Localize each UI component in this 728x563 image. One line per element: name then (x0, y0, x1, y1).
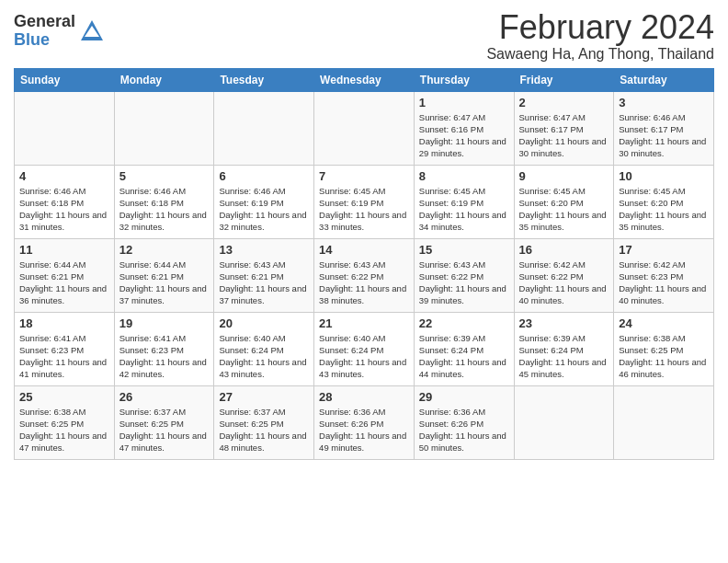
calendar-week-row: 1Sunrise: 6:47 AM Sunset: 6:16 PM Daylig… (15, 91, 714, 165)
page: General Blue February 2024 Sawaeng Ha, A… (0, 0, 728, 563)
day-info: Sunrise: 6:44 AM Sunset: 6:21 PM Dayligh… (19, 259, 109, 307)
day-info: Sunrise: 6:40 AM Sunset: 6:24 PM Dayligh… (319, 332, 409, 381)
day-info: Sunrise: 6:43 AM Sunset: 6:22 PM Dayligh… (319, 259, 409, 307)
calendar-cell: 10Sunrise: 6:45 AM Sunset: 6:20 PM Dayli… (614, 165, 714, 238)
day-number: 5 (119, 169, 210, 183)
day-info: Sunrise: 6:39 AM Sunset: 6:24 PM Dayligh… (519, 332, 609, 381)
day-number: 19 (119, 316, 210, 330)
calendar-cell (114, 91, 214, 165)
day-number: 11 (19, 243, 109, 257)
day-number: 21 (319, 316, 409, 330)
logo-blue-text: Blue (14, 31, 75, 50)
calendar-cell: 9Sunrise: 6:45 AM Sunset: 6:20 PM Daylig… (514, 165, 614, 238)
calendar-cell: 12Sunrise: 6:44 AM Sunset: 6:21 PM Dayli… (114, 238, 214, 312)
day-info: Sunrise: 6:45 AM Sunset: 6:19 PM Dayligh… (319, 185, 409, 234)
calendar-cell: 28Sunrise: 6:36 AM Sunset: 6:26 PM Dayli… (314, 385, 415, 459)
day-info: Sunrise: 6:47 AM Sunset: 6:16 PM Dayligh… (419, 111, 509, 160)
subtitle: Sawaeng Ha, Ang Thong, Thailand (486, 46, 714, 63)
calendar-cell: 21Sunrise: 6:40 AM Sunset: 6:24 PM Dayli… (314, 312, 415, 385)
day-number: 15 (419, 243, 509, 257)
day-info: Sunrise: 6:46 AM Sunset: 6:18 PM Dayligh… (119, 185, 210, 234)
day-number: 28 (319, 390, 409, 404)
day-info: Sunrise: 6:45 AM Sunset: 6:20 PM Dayligh… (519, 185, 609, 234)
day-number: 3 (619, 96, 709, 109)
day-number: 24 (619, 316, 709, 330)
calendar-cell (214, 91, 314, 165)
day-info: Sunrise: 6:45 AM Sunset: 6:19 PM Dayligh… (419, 185, 509, 234)
day-info: Sunrise: 6:40 AM Sunset: 6:24 PM Dayligh… (219, 332, 309, 381)
day-info: Sunrise: 6:39 AM Sunset: 6:24 PM Dayligh… (419, 332, 509, 381)
day-number: 27 (219, 390, 309, 404)
day-info: Sunrise: 6:46 AM Sunset: 6:17 PM Dayligh… (619, 111, 709, 160)
logo-general-text: General (14, 13, 75, 31)
day-number: 20 (219, 316, 309, 330)
day-number: 13 (219, 243, 309, 257)
calendar-cell: 13Sunrise: 6:43 AM Sunset: 6:21 PM Dayli… (214, 238, 314, 312)
calendar-cell: 15Sunrise: 6:43 AM Sunset: 6:22 PM Dayli… (414, 238, 514, 312)
calendar-week-row: 11Sunrise: 6:44 AM Sunset: 6:21 PM Dayli… (15, 238, 714, 312)
header: General Blue February 2024 Sawaeng Ha, A… (14, 9, 714, 63)
logo-icon (79, 18, 105, 44)
day-number: 2 (519, 96, 609, 109)
calendar-cell: 29Sunrise: 6:36 AM Sunset: 6:26 PM Dayli… (414, 385, 514, 459)
day-number: 18 (19, 316, 109, 330)
weekday-header: Wednesday (314, 68, 415, 91)
day-number: 17 (619, 243, 709, 257)
calendar-cell: 23Sunrise: 6:39 AM Sunset: 6:24 PM Dayli… (514, 312, 614, 385)
calendar-cell: 25Sunrise: 6:38 AM Sunset: 6:25 PM Dayli… (15, 385, 115, 459)
day-info: Sunrise: 6:45 AM Sunset: 6:20 PM Dayligh… (619, 185, 709, 234)
calendar-cell: 1Sunrise: 6:47 AM Sunset: 6:16 PM Daylig… (414, 91, 514, 165)
day-info: Sunrise: 6:44 AM Sunset: 6:21 PM Dayligh… (119, 259, 210, 307)
calendar-cell: 8Sunrise: 6:45 AM Sunset: 6:19 PM Daylig… (414, 165, 514, 238)
calendar-cell: 3Sunrise: 6:46 AM Sunset: 6:17 PM Daylig… (614, 91, 714, 165)
calendar-cell: 20Sunrise: 6:40 AM Sunset: 6:24 PM Dayli… (214, 312, 314, 385)
day-info: Sunrise: 6:37 AM Sunset: 6:25 PM Dayligh… (119, 406, 210, 454)
calendar-cell (15, 91, 115, 165)
day-number: 26 (119, 390, 210, 404)
day-info: Sunrise: 6:36 AM Sunset: 6:26 PM Dayligh… (319, 406, 409, 454)
weekday-header: Sunday (15, 68, 115, 91)
day-info: Sunrise: 6:38 AM Sunset: 6:25 PM Dayligh… (619, 332, 709, 381)
calendar-cell: 16Sunrise: 6:42 AM Sunset: 6:22 PM Dayli… (514, 238, 614, 312)
day-number: 16 (519, 243, 609, 257)
day-number: 23 (519, 316, 609, 330)
calendar-cell: 22Sunrise: 6:39 AM Sunset: 6:24 PM Dayli… (414, 312, 514, 385)
day-number: 22 (419, 316, 509, 330)
calendar-cell: 14Sunrise: 6:43 AM Sunset: 6:22 PM Dayli… (314, 238, 415, 312)
calendar-cell: 7Sunrise: 6:45 AM Sunset: 6:19 PM Daylig… (314, 165, 415, 238)
weekday-header: Thursday (414, 68, 514, 91)
day-number: 14 (319, 243, 409, 257)
day-info: Sunrise: 6:36 AM Sunset: 6:26 PM Dayligh… (419, 406, 509, 454)
calendar-cell: 27Sunrise: 6:37 AM Sunset: 6:25 PM Dayli… (214, 385, 314, 459)
calendar-cell (314, 91, 415, 165)
day-number: 10 (619, 169, 709, 183)
calendar-cell (614, 385, 714, 459)
day-number: 8 (419, 169, 509, 183)
calendar-cell: 26Sunrise: 6:37 AM Sunset: 6:25 PM Dayli… (114, 385, 214, 459)
calendar-cell: 18Sunrise: 6:41 AM Sunset: 6:23 PM Dayli… (15, 312, 115, 385)
calendar-cell: 11Sunrise: 6:44 AM Sunset: 6:21 PM Dayli… (15, 238, 115, 312)
day-info: Sunrise: 6:43 AM Sunset: 6:22 PM Dayligh… (419, 259, 509, 307)
day-info: Sunrise: 6:42 AM Sunset: 6:23 PM Dayligh… (619, 259, 709, 307)
day-info: Sunrise: 6:38 AM Sunset: 6:25 PM Dayligh… (19, 406, 109, 454)
calendar-header-row: SundayMondayTuesdayWednesdayThursdayFrid… (15, 68, 714, 91)
day-info: Sunrise: 6:41 AM Sunset: 6:23 PM Dayligh… (19, 332, 109, 381)
day-info: Sunrise: 6:46 AM Sunset: 6:18 PM Dayligh… (19, 185, 109, 234)
day-number: 7 (319, 169, 409, 183)
day-number: 12 (119, 243, 210, 257)
weekday-header: Saturday (614, 68, 714, 91)
weekday-header: Monday (114, 68, 214, 91)
day-info: Sunrise: 6:47 AM Sunset: 6:17 PM Dayligh… (519, 111, 609, 160)
weekday-header: Tuesday (214, 68, 314, 91)
calendar-cell: 19Sunrise: 6:41 AM Sunset: 6:23 PM Dayli… (114, 312, 214, 385)
day-number: 9 (519, 169, 609, 183)
day-number: 25 (19, 390, 109, 404)
day-info: Sunrise: 6:41 AM Sunset: 6:23 PM Dayligh… (119, 332, 210, 381)
title-area: February 2024 Sawaeng Ha, Ang Thong, Tha… (486, 9, 714, 63)
calendar-week-row: 25Sunrise: 6:38 AM Sunset: 6:25 PM Dayli… (15, 385, 714, 459)
logo: General Blue (14, 13, 105, 50)
day-number: 1 (419, 96, 509, 109)
day-number: 29 (419, 390, 509, 404)
calendar-cell: 17Sunrise: 6:42 AM Sunset: 6:23 PM Dayli… (614, 238, 714, 312)
day-info: Sunrise: 6:46 AM Sunset: 6:19 PM Dayligh… (219, 185, 309, 234)
